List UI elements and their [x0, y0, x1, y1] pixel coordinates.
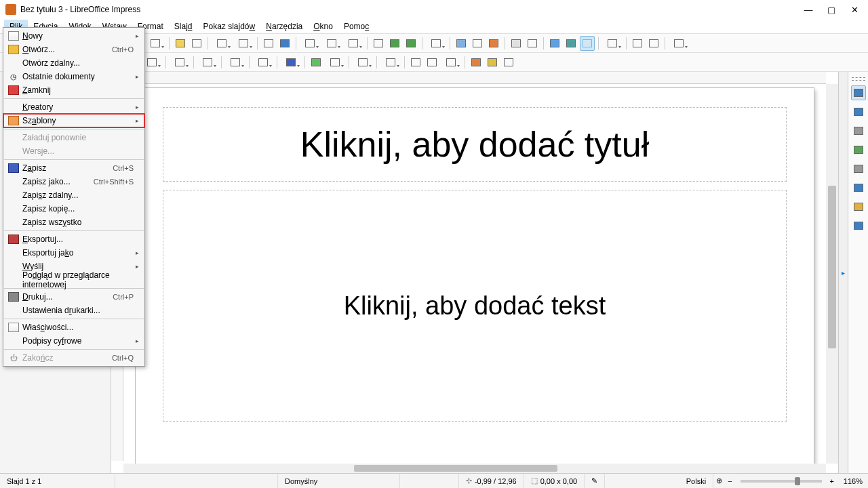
content-placeholder[interactable]: Kliknij, aby dodać tekst [163, 190, 787, 422]
insert-image-button[interactable] [454, 36, 469, 51]
clear-format-button[interactable] [189, 36, 204, 51]
menu-item-szablony[interactable]: Szablony▸ [3, 114, 144, 127]
insert-chart-button[interactable] [486, 36, 501, 51]
menu-pokaz-slajdów[interactable]: Pokaz slajdów [197, 20, 260, 33]
menu-item-kreatory[interactable]: Kreatory▸ [3, 100, 144, 114]
menu-narzędzia[interactable]: Narzędzia [260, 20, 308, 33]
sidebar-tab-master-slides[interactable] [851, 218, 866, 233]
grid-button[interactable] [300, 36, 320, 51]
menu-item-podpisy-cyfrowe[interactable]: Podpisy cyfrowe▸ [3, 334, 144, 348]
menu-item-zapisz-jako[interactable]: Zapisz jako...Ctrl+Shift+S [3, 175, 144, 188]
sidebar-tab-styles[interactable] [851, 104, 866, 119]
sidebar-handle[interactable] [852, 77, 865, 80]
spellcheck-button[interactable] [277, 36, 292, 51]
filter-button[interactable] [441, 55, 461, 70]
menu-item-nowy[interactable]: Nowy▸ [3, 29, 144, 43]
menu-slajd[interactable]: Slajd [169, 20, 198, 33]
menu-item-zapisz[interactable]: ZapiszCtrl+S [3, 161, 144, 175]
zoom-slider-knob[interactable] [795, 477, 800, 485]
sidebar-tab-properties[interactable] [851, 85, 866, 100]
vertical-scrollbar[interactable] [826, 84, 838, 464]
menu-item-ustawienia-drukarki[interactable]: Ustawienia drukarki... [3, 304, 144, 317]
sidebar-tab-slide-transition[interactable] [851, 180, 866, 195]
menu-item-zapisz-kopię[interactable]: Zapisz kopię... [3, 202, 144, 216]
menu-item-ostatnie-dokumenty[interactable]: ◷Ostatnie dokumenty▸ [3, 70, 144, 83]
flowchart-button[interactable] [197, 55, 218, 70]
hyperlink-button[interactable] [564, 36, 578, 51]
print-icon [7, 291, 20, 302]
menu-item-zapisz-wszystko[interactable]: Zapisz wszystko [3, 216, 144, 229]
menu-item-drukuj[interactable]: Drukuj...Ctrl+P [3, 290, 144, 304]
special-char-button[interactable] [580, 36, 595, 51]
block-arrows-button[interactable] [170, 55, 190, 70]
export-icon [7, 234, 20, 245]
zoom-out-button[interactable]: − [725, 477, 734, 485]
gluepoints-button[interactable] [485, 55, 500, 70]
3d-objects-button[interactable] [281, 55, 301, 70]
status-master[interactable]: Domyślny [278, 474, 400, 488]
minimize-button[interactable]: — [803, 4, 814, 15]
insert-av-button[interactable] [470, 36, 485, 51]
views-button[interactable] [669, 36, 689, 51]
scroll-thumb-v[interactable] [828, 186, 836, 348]
menu-item-właściwości[interactable]: Właściwości... [3, 321, 144, 334]
callouts-button[interactable] [225, 55, 245, 70]
duplicate-slide-button[interactable] [630, 36, 645, 51]
sidebar-tab-animation[interactable] [851, 199, 866, 214]
insert-table-button[interactable] [426, 36, 446, 51]
find-button[interactable] [261, 36, 276, 51]
menu-item-otwórz-zdalny[interactable]: Otwórz zdalny... [3, 56, 144, 70]
arrange-button[interactable] [353, 55, 373, 70]
zoom-in-button[interactable]: + [827, 477, 837, 485]
align-button[interactable] [325, 55, 345, 70]
scroll-thumb-h[interactable] [354, 465, 557, 472]
undo-button[interactable] [212, 36, 232, 51]
stars-button[interactable] [253, 55, 273, 70]
extrusion-button[interactable] [501, 55, 516, 70]
master-button[interactable] [371, 36, 386, 51]
menu-item-zamknij[interactable]: Zamknij [3, 83, 144, 97]
sidebar-tab-shapes[interactable] [851, 161, 866, 176]
points-button[interactable] [469, 55, 484, 70]
menu-item-eksportuj-jako[interactable]: Eksportuj jako▸ [3, 246, 144, 260]
redo-button[interactable] [233, 36, 254, 51]
guides-button[interactable] [343, 36, 363, 51]
snap-button[interactable] [321, 36, 342, 51]
shadow-button[interactable] [408, 55, 423, 70]
menu-item-label: Wersje... [22, 146, 134, 156]
menu-item-otwórz[interactable]: Otwórz...Ctrl+O [3, 43, 144, 56]
menu-okno[interactable]: Okno [308, 20, 338, 33]
rotate-button[interactable] [309, 55, 323, 70]
insert-textbox-button[interactable] [509, 36, 524, 51]
distribute-button[interactable] [380, 55, 401, 70]
title-placeholder[interactable]: Kliknij, aby dodać tytuł [163, 107, 787, 182]
menu-item-podgląd-w-przeglądarce-internetowej[interactable]: Podgląd w przeglądarce internetowej [3, 273, 144, 287]
status-language[interactable]: Polski [605, 474, 713, 488]
menu-item-zapisz-zdalny[interactable]: Zapisz zdalny... [3, 188, 144, 202]
zoom-slider[interactable] [741, 480, 822, 483]
clone-format-button[interactable] [173, 36, 188, 51]
slide-workspace[interactable]: Kliknij, aby dodać tytuł Kliknij, aby do… [123, 84, 826, 464]
status-signature[interactable]: ✎ [585, 474, 605, 488]
crop-button[interactable] [425, 55, 439, 70]
sidebar-expand[interactable]: ▸ [838, 72, 848, 473]
zoom-fit-button[interactable]: ⊕ [713, 474, 725, 488]
sidebar-tab-navigator[interactable] [851, 142, 866, 157]
maximize-button[interactable]: ▢ [826, 4, 837, 15]
slide-layout-button[interactable] [602, 36, 623, 51]
zoom-level[interactable]: 116% [837, 474, 868, 488]
delete-slide-button[interactable] [646, 36, 661, 51]
slide[interactable]: Kliknij, aby dodać tytuł Kliknij, aby do… [136, 88, 814, 469]
menu-item-eksportuj[interactable]: Eksportuj... [3, 232, 144, 246]
start-show-button[interactable] [387, 36, 402, 51]
fontwork-button[interactable] [547, 36, 562, 51]
insert-header-button[interactable] [525, 36, 540, 51]
paste-button[interactable] [145, 36, 165, 51]
menu-pomoc[interactable]: Pomoc [338, 20, 374, 33]
close-button[interactable]: ✕ [849, 4, 860, 15]
horizontal-scrollbar[interactable] [123, 464, 826, 473]
submenu-arrow-icon: ▸ [134, 263, 140, 270]
toolbar-separator [367, 37, 368, 49]
sidebar-tab-gallery[interactable] [851, 123, 866, 138]
start-current-button[interactable] [403, 36, 418, 51]
